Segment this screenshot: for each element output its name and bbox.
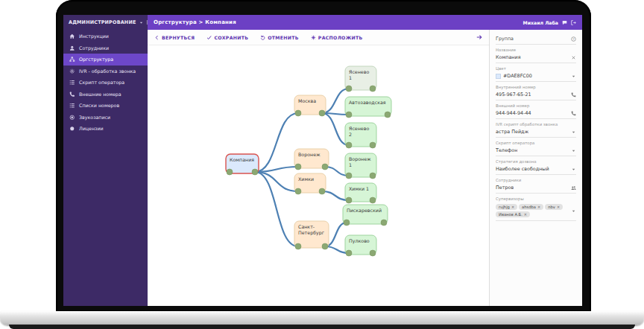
sidebar-item-list[interactable]: Скрипт оператора bbox=[63, 77, 148, 89]
org-edge bbox=[255, 172, 298, 246]
node-port[interactable] bbox=[319, 188, 325, 194]
node-port[interactable] bbox=[295, 110, 301, 116]
node-port[interactable] bbox=[346, 197, 352, 203]
field-value: Петров bbox=[496, 185, 514, 191]
work-row: ВЕРНУТЬСЯСОХРАНИТЬОТМЕНИТЬРАСПОЛОЖИТЬ Ко… bbox=[148, 30, 582, 306]
clear-icon[interactable] bbox=[571, 55, 576, 60]
field-row[interactable]: 944-944-94-44 bbox=[496, 109, 576, 119]
node-port[interactable] bbox=[252, 169, 258, 175]
node-port[interactable] bbox=[295, 164, 301, 170]
node-port[interactable] bbox=[346, 112, 352, 118]
node-port[interactable] bbox=[322, 243, 328, 249]
field-row[interactable]: #DAE8FC00 bbox=[496, 71, 576, 82]
caret-icon[interactable] bbox=[571, 130, 576, 135]
field-row[interactable]: Компания bbox=[496, 53, 576, 63]
help-icon[interactable]: ? bbox=[571, 36, 576, 42]
field-label: Сотрудники bbox=[496, 178, 576, 182]
chip-list: rujhjg✕ahsdba✕nbv✕Иванов А.Б.✕ bbox=[496, 203, 569, 218]
node-port[interactable] bbox=[322, 164, 328, 170]
node-port[interactable] bbox=[370, 250, 376, 256]
node-port[interactable] bbox=[295, 188, 301, 194]
caret-icon[interactable] bbox=[571, 74, 576, 79]
sidebar-item-gear[interactable]: IVR - обработка звонка bbox=[63, 66, 148, 77]
node-port[interactable] bbox=[370, 173, 376, 179]
org-node-piskarev[interactable]: Пискаревский bbox=[343, 205, 388, 224]
remove-chip-icon[interactable]: ✕ bbox=[524, 212, 527, 217]
field-row[interactable]: rujhjg✕ahsdba✕nbv✕Иванов А.Б.✕ bbox=[496, 202, 576, 221]
sidebar-item-record[interactable]: Звукозаписи bbox=[63, 112, 148, 124]
logout-icon[interactable] bbox=[571, 20, 576, 25]
remove-chip-icon[interactable]: ✕ bbox=[557, 205, 560, 209]
chip-label: rujhjg bbox=[499, 205, 510, 209]
phone-icon bbox=[69, 92, 75, 98]
chip[interactable]: ahsdba✕ bbox=[519, 204, 543, 210]
arrange-icon bbox=[311, 35, 316, 40]
home-icon bbox=[69, 33, 75, 39]
sidebar-item-person[interactable]: Сотрудники bbox=[63, 42, 148, 54]
field-label: Внутренний номер bbox=[496, 85, 576, 89]
node-port[interactable] bbox=[344, 220, 350, 226]
сохранить-button[interactable]: СОХРАНИТЬ bbox=[206, 35, 248, 40]
node-port[interactable] bbox=[346, 86, 352, 92]
field-row[interactable]: астра Пейдж bbox=[496, 127, 576, 138]
app-window: АДМИНИСТРИРОВАНИЕ ИнструкцииСотрудникиОр… bbox=[63, 15, 582, 306]
people-icon[interactable] bbox=[571, 185, 576, 191]
chip[interactable]: Иванов А.Б.✕ bbox=[496, 211, 530, 217]
phone-icon[interactable] bbox=[571, 92, 576, 98]
remove-chip-icon[interactable]: ✕ bbox=[537, 205, 540, 209]
phone-icon[interactable] bbox=[571, 111, 576, 116]
sidebar-item-phone[interactable]: Внешние номера bbox=[63, 89, 148, 100]
node-port[interactable] bbox=[381, 220, 387, 226]
расположить-button[interactable]: РАСПОЛОЖИТЬ bbox=[311, 35, 363, 40]
node-port[interactable] bbox=[227, 169, 233, 175]
вернуться-button[interactable]: ВЕРНУТЬСЯ bbox=[154, 35, 195, 40]
org-chart-canvas[interactable]: КомпанияМоскваВоронежХимкиСанкт-Петербур… bbox=[148, 45, 489, 306]
sidebar-item-home[interactable]: Инструкции bbox=[63, 31, 148, 42]
node-port[interactable] bbox=[295, 243, 301, 249]
sidebar-header: АДМИНИСТРИРОВАНИЕ bbox=[63, 15, 148, 31]
list-icon bbox=[69, 80, 75, 86]
field-value: Компания bbox=[496, 54, 521, 60]
field-row[interactable]: Петров bbox=[496, 183, 576, 194]
field-value: #DAE8FC00 bbox=[503, 73, 532, 79]
node-port[interactable] bbox=[370, 197, 376, 203]
node-port[interactable] bbox=[385, 112, 391, 118]
caret-icon[interactable] bbox=[571, 167, 576, 172]
user-name[interactable]: Михаил Лаба bbox=[523, 20, 559, 25]
field-row[interactable]: 495-967-65-21 bbox=[496, 90, 576, 100]
user-box: Михаил Лаба bbox=[523, 20, 577, 25]
sidebar-item-label: Лицензии bbox=[79, 126, 104, 131]
caret-icon[interactable] bbox=[571, 208, 576, 214]
field-row[interactable]: Группа? bbox=[496, 34, 576, 45]
node-port[interactable] bbox=[346, 173, 352, 179]
field-row[interactable]: Телефон bbox=[496, 146, 576, 156]
org-node-label: Москва bbox=[298, 98, 316, 103]
field-value: Наиболее свободный bbox=[496, 166, 549, 172]
collapse-panel-icon[interactable] bbox=[476, 34, 482, 40]
node-port[interactable] bbox=[346, 142, 352, 148]
node-port[interactable] bbox=[319, 110, 325, 116]
caret-icon[interactable] bbox=[571, 148, 576, 153]
panel-field: Супервизорыrujhjg✕ahsdba✕nbv✕Иванов А.Б.… bbox=[490, 194, 582, 222]
node-port[interactable] bbox=[370, 142, 376, 148]
org-node-label: Воронеж bbox=[298, 152, 321, 158]
chip[interactable]: nbv✕ bbox=[545, 204, 563, 210]
panel-field: СотрудникиПетров bbox=[490, 176, 582, 194]
remove-chip-icon[interactable]: ✕ bbox=[511, 205, 514, 209]
org-node-label: Компания bbox=[230, 157, 254, 162]
chip[interactable]: rujhjg✕ bbox=[496, 204, 517, 210]
field-row[interactable]: Наиболее свободный bbox=[496, 164, 576, 175]
sidebar-item-sitemap[interactable]: Оргструктура bbox=[63, 54, 148, 66]
org-node-avtozavod[interactable]: Автозаводская bbox=[345, 97, 391, 116]
отменить-button[interactable]: ОТМЕНИТЬ bbox=[260, 35, 299, 40]
node-port[interactable] bbox=[370, 86, 376, 92]
panel-field: Группа? bbox=[490, 32, 582, 45]
chat-icon[interactable] bbox=[562, 20, 567, 25]
node-port[interactable] bbox=[346, 250, 352, 256]
field-value: 944-944-94-44 bbox=[496, 110, 531, 116]
sidebar-item-list[interactable]: Списки номеров bbox=[63, 100, 148, 112]
color-swatch[interactable] bbox=[496, 74, 501, 79]
chevron-down-icon[interactable] bbox=[139, 20, 144, 25]
sidebar-title[interactable]: АДМИНИСТРИРОВАНИЕ bbox=[69, 19, 136, 25]
sidebar-item-circle[interactable]: Лицензии bbox=[63, 123, 148, 135]
